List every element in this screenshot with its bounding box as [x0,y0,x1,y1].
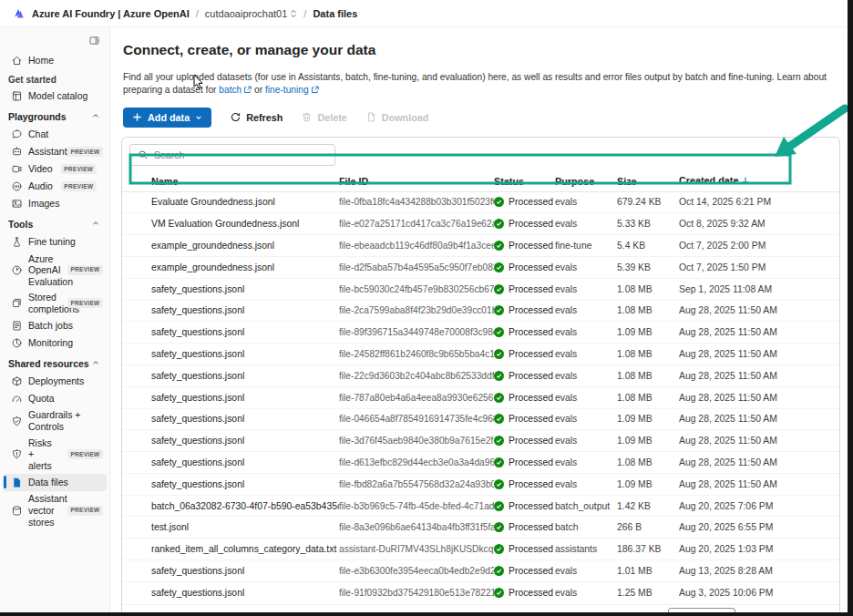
batch-link[interactable]: batch [219,85,242,95]
table-row[interactable]: safety_questions.jsonlfile-fbd82a6a7b554… [122,474,839,496]
delete-button[interactable]: Delete [301,111,346,123]
project-switcher-icon[interactable] [290,9,297,18]
table-row[interactable]: example_groundedness.jsonlfile-d2f5aba57… [122,257,839,279]
file-name-cell[interactable]: test.jsonl [122,522,339,532]
refresh-button[interactable]: Refresh [230,111,283,123]
file-name-cell[interactable]: Evaluate Groundedness.jsonl [122,197,339,207]
top-bar: Azure AI Foundry | Azure OpenAI / cutdao… [0,0,853,27]
file-name-cell[interactable]: safety_questions.jsonl [122,436,339,446]
table-row[interactable]: batch_06a32082-6730-4f07-b590-ea53b435cc… [122,496,839,518]
sidebar-item-assistant-vector-stores[interactable]: Assistant vector storesPREVIEW [3,491,107,530]
assistants-icon [11,146,24,159]
sidebar-item-quota[interactable]: Quota [3,390,107,407]
file-name-cell[interactable]: safety_questions.jsonl [122,414,339,424]
external-link-icon-2[interactable] [311,85,319,98]
created-date-cell: Oct 14, 2025 6:21 PM [679,197,839,207]
sidebar-section-shared-resources[interactable]: Shared resources [0,352,109,373]
table-row[interactable]: safety_questions.jsonlfile-24582ff861b24… [122,344,839,365]
sidebar-item-data-files[interactable]: Data files [3,474,107,491]
sidebar-item-model-catalog[interactable]: Model catalog [3,87,107,105]
flask-icon [11,236,24,249]
table-row[interactable]: example_groundedness.jsonlfile-ebeaadcb1… [122,235,839,257]
sidebar-item-monitoring[interactable]: Monitoring [3,334,107,352]
sidebar-item-chat[interactable]: Chat [3,126,107,143]
table-row[interactable]: safety_questions.jsonlfile-d613efbc829d4… [122,452,839,474]
sidebar-section-playgrounds[interactable]: Playgrounds [0,105,109,126]
status-cell: Processed [494,479,555,489]
table-row[interactable]: ranked_item_all_columns_category_data.tx… [122,539,839,560]
search-input[interactable] [154,149,327,160]
file-name-cell[interactable]: VM Evaluation Groundedness.jsonl [122,219,339,229]
status-cell: Processed [494,544,555,554]
sidebar-item-video[interactable]: VideoPREVIEW [3,160,107,178]
size-cell: 1.09 MB [617,436,679,446]
table-row[interactable]: safety_questions.jsonlfile-bc59030c24fb4… [122,279,839,301]
fine-tuning-link[interactable]: fine-tuning [265,85,309,95]
file-name-cell[interactable]: safety_questions.jsonl [122,479,339,489]
sidebar-section-title: Tools [8,219,33,230]
breadcrumb-app[interactable]: Azure AI Foundry | Azure OpenAI [32,8,190,19]
table-row[interactable]: safety_questions.jsonlfile-89f396715a344… [122,322,839,344]
column-header-name[interactable]: Name [122,176,339,187]
column-header-created-date[interactable]: Created date [679,175,839,187]
table-row[interactable]: VM Evaluation Groundedness.jsonlfile-e02… [122,213,839,235]
file-name-cell[interactable]: safety_questions.jsonl [122,371,339,381]
created-date-cell: Aug 20, 2025 6:55 PM [679,522,839,532]
collapse-sidebar-icon[interactable] [88,35,100,46]
table-row[interactable]: Evaluate Groundedness.jsonlfile-0fba18fc… [122,192,839,214]
sidebar: HomeGet startedModel catalogPlaygroundsC… [0,27,110,612]
file-name-cell[interactable]: safety_questions.jsonl [122,393,339,403]
breadcrumb-page: Data files [313,8,357,19]
table-row[interactable]: safety_questions.jsonlfile-2ca7599aba8f4… [122,301,839,323]
column-header-size[interactable]: Size [617,176,679,187]
breadcrumb-project[interactable]: cutdaoaiprochat01 [205,8,298,19]
images-icon [11,198,24,210]
table-row[interactable]: safety_questions.jsonlfile-3d76f45aeb984… [122,430,839,452]
file-name-cell[interactable]: safety_questions.jsonl [122,327,339,337]
sidebar-item-home[interactable]: Home [3,52,107,69]
column-header-status[interactable]: Status [494,176,555,187]
status-processed-check-icon [494,588,504,598]
file-name-cell[interactable]: ranked_item_all_columns_category_data.tx… [122,544,339,554]
table-row[interactable]: safety_questions.jsonlfile-22c9d3603b2c4… [122,365,839,387]
add-data-button[interactable]: Add data [123,108,211,128]
table-row[interactable]: safety_questions.jsonlfile-91f0932bd3754… [122,582,839,604]
sidebar-item-risks-alerts[interactable]: Risks + alertsPREVIEW [3,435,107,474]
sidebar-item-label: Batch jobs [28,320,73,332]
file-name-cell[interactable]: example_groundedness.jsonl [122,262,339,272]
sidebar-item-guardrails-controls[interactable]: Guardrails + Controls [3,407,107,435]
sidebar-item-batch-jobs[interactable]: Batch jobs [3,317,107,334]
table-row[interactable]: safety_questions.jsonlfile-e3b6300fe3954… [122,560,839,582]
file-name-cell[interactable]: example_groundedness.jsonl [122,241,339,251]
table-row[interactable]: safety_questions.jsonlfile-046654a8f7854… [122,409,839,431]
sidebar-item-audio[interactable]: AudioPREVIEW [3,178,107,195]
file-name-cell[interactable]: safety_questions.jsonl [122,588,339,598]
external-link-icon[interactable] [243,85,252,98]
created-date-cell: Aug 20, 2025 7:06 PM [679,501,839,511]
file-id-cell: file-8a3e096b6ae64134ba4fb3ff31f5fa5e [339,522,494,532]
table-row[interactable]: test.jsonlfile-8a3e096b6ae64134ba4fb3ff3… [122,517,839,539]
file-name-cell[interactable]: safety_questions.jsonl [122,305,339,315]
file-id-cell: file-e3b6300fe3954eeca0b4edb2e9d221c6 [339,566,494,576]
file-name-cell[interactable]: safety_questions.jsonl [122,457,339,467]
file-id-cell: file-b3b969c5-74fb-45de-bfed-4c71ad00e70… [339,501,494,511]
file-name-cell[interactable]: batch_06a32082-6730-4f07-b590-ea53b435cc… [122,501,339,511]
sidebar-item-images[interactable]: Images [3,195,107,212]
search-box[interactable] [129,144,335,166]
status-cell: Processed [494,241,555,251]
sidebar-item-stored-completions[interactable]: Stored completionsPREVIEW [3,290,107,317]
sidebar-item-fine-tuning[interactable]: Fine tuning [3,233,107,251]
sidebar-item-assistants[interactable]: AssistantsPREVIEW [3,143,107,160]
sidebar-item-azure-openai-evaluation[interactable]: Azure OpenAI EvaluationPREVIEW [3,251,107,290]
created-date-cell: Aug 28, 2025 11:50 AM [679,457,839,467]
table-row[interactable]: safety_questions.jsonlfile-787a80eb4a6a4… [122,387,839,409]
file-name-cell[interactable]: safety_questions.jsonl [122,284,339,294]
column-header-file-id[interactable]: File ID [339,176,494,187]
file-name-cell[interactable]: safety_questions.jsonl [122,349,339,359]
purpose-cell: evals [555,371,617,381]
sidebar-item-deployments[interactable]: Deployments [3,373,107,390]
column-header-purpose[interactable]: Purpose [555,176,617,187]
download-button[interactable]: Download [365,111,429,123]
sidebar-section-tools[interactable]: Tools [0,212,109,233]
file-name-cell[interactable]: safety_questions.jsonl [122,566,339,576]
